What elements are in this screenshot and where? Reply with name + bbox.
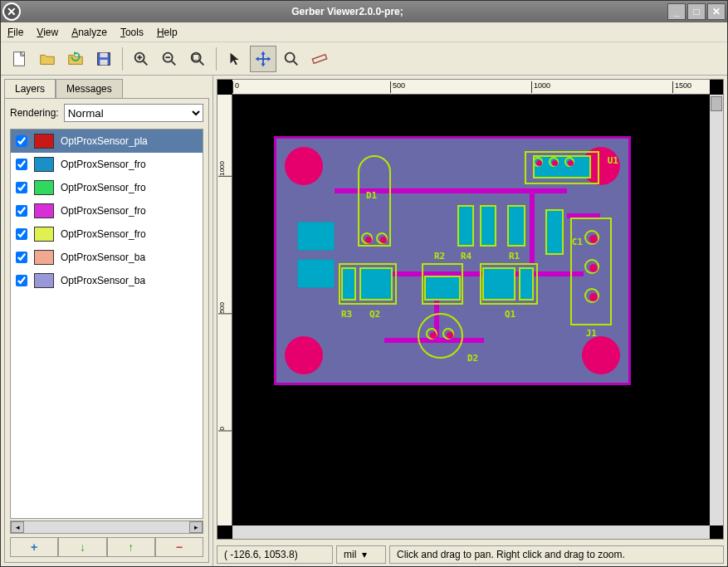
remove-layer-button[interactable]: − — [155, 537, 203, 557]
layer-color-swatch[interactable] — [34, 134, 54, 149]
status-unit-select[interactable]: mil ▾ — [336, 545, 386, 564]
layer-row[interactable]: OptProxSensor_fro — [11, 176, 203, 199]
menu-help[interactable]: Help — [157, 27, 178, 38]
svg-line-17 — [294, 61, 298, 65]
add-layer-button[interactable]: + — [10, 537, 58, 557]
layer-row[interactable]: OptProxSensor_pla — [11, 130, 203, 153]
layer-visible-checkbox[interactable] — [16, 275, 27, 286]
layer-color-swatch[interactable] — [34, 203, 54, 218]
canvas-area: 0 500 1000 1500 1000 500 0 — [213, 76, 727, 566]
rendering-select[interactable]: Normal — [64, 104, 203, 122]
app-window: ✕ Gerber Viewer2.0.0-pre; _ □ ✕ File Vie… — [0, 0, 728, 567]
layer-color-swatch[interactable] — [34, 180, 54, 195]
close-badge-icon[interactable]: ✕ — [2, 2, 21, 21]
new-button[interactable] — [6, 46, 32, 72]
zoom-tool[interactable] — [278, 46, 305, 72]
layer-visible-checkbox[interactable] — [16, 182, 27, 193]
layer-color-swatch[interactable] — [34, 227, 54, 242]
tab-messages[interactable]: Messages — [56, 79, 123, 98]
menubar: File View Analyze Tools Help — [1, 22, 727, 42]
maximize-button[interactable]: □ — [687, 3, 706, 20]
move-up-button[interactable]: ↑ — [107, 537, 155, 557]
scrollbar-horizontal[interactable] — [232, 525, 710, 539]
minimize-button[interactable]: _ — [667, 3, 686, 20]
layer-visible-checkbox[interactable] — [16, 159, 27, 170]
svg-rect-13 — [193, 54, 199, 60]
pan-tool[interactable] — [250, 46, 276, 72]
menu-view[interactable]: View — [37, 27, 58, 38]
zoom-out-button[interactable] — [156, 46, 183, 72]
scrollbar-vertical[interactable] — [710, 95, 723, 525]
layer-color-swatch[interactable] — [34, 273, 54, 288]
layer-visible-checkbox[interactable] — [16, 252, 27, 263]
rendering-label: Rendering: — [10, 107, 59, 119]
menu-tools[interactable]: Tools — [120, 27, 144, 38]
layer-name-label: OptProxSensor_fro — [61, 205, 198, 217]
layer-name-label: OptProxSensor_ba — [61, 275, 198, 286]
layer-list: OptProxSensor_plaOptProxSensor_froOptPro… — [10, 129, 203, 519]
layer-row[interactable]: OptProxSensor_fro — [11, 199, 203, 222]
pcb-canvas[interactable]: D1 U1 R4 R1 — [232, 95, 710, 525]
pointer-tool[interactable] — [222, 46, 248, 72]
layer-color-swatch[interactable] — [34, 157, 54, 172]
svg-rect-3 — [100, 59, 107, 64]
layer-visible-checkbox[interactable] — [16, 228, 27, 240]
move-down-button[interactable]: ↓ — [58, 537, 106, 557]
tab-layers[interactable]: Layers — [4, 79, 56, 98]
zoom-fit-button[interactable] — [184, 46, 211, 72]
layer-visible-checkbox[interactable] — [16, 135, 27, 147]
viewport[interactable]: 0 500 1000 1500 1000 500 0 — [217, 79, 724, 540]
zoom-in-button[interactable] — [128, 46, 154, 72]
layer-name-label: OptProxSensor_ba — [61, 252, 198, 263]
sidebar-hscroll[interactable]: ◂▸ — [10, 521, 203, 534]
status-hint: Click and drag to pan. Right click and d… — [389, 545, 724, 564]
svg-rect-2 — [100, 52, 107, 56]
pcb-board: D1 U1 R4 R1 — [274, 136, 631, 385]
statusbar: ( -126.6, 1053.8) mil ▾ Click and drag t… — [213, 543, 727, 566]
svg-line-12 — [200, 61, 204, 65]
layer-color-swatch[interactable] — [34, 250, 54, 265]
revert-button[interactable] — [62, 46, 89, 72]
layer-name-label: OptProxSensor_fro — [61, 228, 198, 240]
svg-point-16 — [286, 52, 295, 61]
svg-line-9 — [172, 61, 176, 65]
layer-name-label: OptProxSensor_pla — [61, 135, 198, 147]
window-title: Gerber Viewer2.0.0-pre; — [27, 6, 667, 17]
ruler-horizontal: 0 500 1000 1500 — [232, 80, 710, 95]
menu-file[interactable]: File — [7, 27, 23, 38]
layer-name-label: OptProxSensor_fro — [61, 182, 198, 193]
svg-rect-18 — [312, 54, 326, 63]
layer-row[interactable]: OptProxSensor_fro — [11, 222, 203, 246]
measure-tool[interactable] — [306, 46, 333, 72]
menu-analyze[interactable]: Analyze — [71, 27, 107, 38]
layer-row[interactable]: OptProxSensor_ba — [11, 269, 203, 292]
layer-row[interactable]: OptProxSensor_fro — [11, 153, 203, 176]
svg-line-5 — [144, 61, 148, 65]
close-button[interactable]: ✕ — [707, 3, 726, 20]
layer-name-label: OptProxSensor_fro — [61, 159, 198, 170]
layer-visible-checkbox[interactable] — [16, 205, 27, 217]
sidebar: Layers Messages Rendering: Normal OptPro… — [1, 76, 213, 566]
toolbar — [1, 42, 727, 76]
titlebar: ✕ Gerber Viewer2.0.0-pre; _ □ ✕ — [1, 1, 727, 22]
open-button[interactable] — [34, 46, 61, 72]
layer-row[interactable]: OptProxSensor_ba — [11, 246, 203, 269]
ruler-vertical: 1000 500 0 — [217, 95, 232, 525]
save-button[interactable] — [90, 46, 117, 72]
status-coords: ( -126.6, 1053.8) — [217, 545, 333, 564]
